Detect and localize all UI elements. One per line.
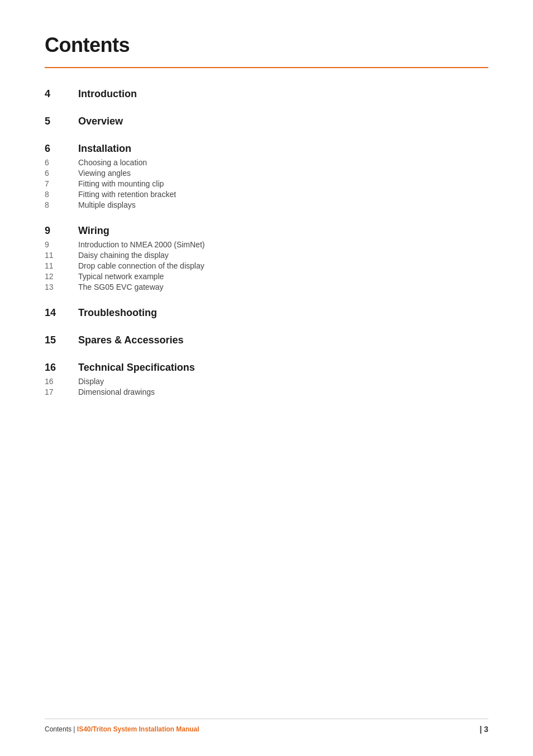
toc-item-label: Fitting with retention bracket <box>78 190 176 199</box>
toc-section-title: Spares & Accessories <box>78 334 183 346</box>
toc-container: 4Introduction5Overview6Installation6Choo… <box>45 88 488 396</box>
toc-section: 14Troubleshooting <box>45 307 488 319</box>
list-item: 7Fitting with mounting clip <box>45 179 488 188</box>
toc-item-number: 6 <box>45 158 78 167</box>
toc-section-number: 5 <box>45 116 78 127</box>
footer-left: Contents | IS40/Triton System Installati… <box>45 725 199 733</box>
toc-item-number: 8 <box>45 200 78 209</box>
toc-items: 16Display17Dimensional drawings <box>45 377 488 396</box>
list-item: 8Multiple displays <box>45 200 488 209</box>
list-item: 6Choosing a location <box>45 158 488 167</box>
list-item: 17Dimensional drawings <box>45 387 488 396</box>
toc-section-number: 4 <box>45 88 78 100</box>
toc-section-number: 6 <box>45 143 78 155</box>
list-item: 16Display <box>45 377 488 386</box>
toc-section: 15Spares & Accessories <box>45 334 488 346</box>
page-title: Contents <box>45 34 488 57</box>
footer: Contents | IS40/Triton System Installati… <box>45 719 488 734</box>
toc-item-number: 9 <box>45 240 78 249</box>
toc-item-number: 6 <box>45 169 78 178</box>
toc-item-label: Dimensional drawings <box>78 387 155 396</box>
toc-item-label: Typical network example <box>78 272 164 281</box>
toc-item-label: Viewing angles <box>78 169 131 178</box>
toc-section-header: 5Overview <box>45 116 488 127</box>
toc-item-label: The SG05 EVC gateway <box>78 283 164 291</box>
list-item: 6Viewing angles <box>45 169 488 178</box>
toc-section-number: 9 <box>45 225 78 237</box>
footer-left-static: Contents | <box>45 725 77 733</box>
list-item: 12Typical network example <box>45 272 488 281</box>
toc-section-title: Wiring <box>78 225 110 237</box>
toc-item-number: 16 <box>45 377 78 386</box>
toc-section-title: Installation <box>78 143 131 155</box>
toc-section: 5Overview <box>45 116 488 127</box>
toc-section-title: Troubleshooting <box>78 307 157 319</box>
toc-section: 4Introduction <box>45 88 488 100</box>
toc-item-number: 7 <box>45 179 78 188</box>
list-item: 13The SG05 EVC gateway <box>45 283 488 291</box>
toc-section-header: 15Spares & Accessories <box>45 334 488 346</box>
toc-section-number: 16 <box>45 362 78 374</box>
list-item: 11Daisy chaining the display <box>45 251 488 260</box>
toc-item-number: 17 <box>45 387 78 396</box>
toc-items: 9Introduction to NMEA 2000 (SimNet)11Dai… <box>45 240 488 291</box>
footer-right: | 3 <box>479 725 488 734</box>
toc-section-title: Overview <box>78 116 123 127</box>
footer-left-link: IS40/Triton System Installation Manual <box>77 725 199 733</box>
toc-item-label: Drop cable connection of the display <box>78 261 204 270</box>
toc-section-header: 6Installation <box>45 143 488 155</box>
toc-section: 16Technical Specifications16Display17Dim… <box>45 362 488 396</box>
toc-item-label: Display <box>78 377 104 386</box>
toc-item-label: Fitting with mounting clip <box>78 179 164 188</box>
toc-section-header: 14Troubleshooting <box>45 307 488 319</box>
toc-item-number: 12 <box>45 272 78 281</box>
toc-item-number: 8 <box>45 190 78 199</box>
toc-item-label: Introduction to NMEA 2000 (SimNet) <box>78 240 204 249</box>
toc-section: 9Wiring9Introduction to NMEA 2000 (SimNe… <box>45 225 488 291</box>
toc-items: 6Choosing a location6Viewing angles7Fitt… <box>45 158 488 209</box>
toc-item-number: 13 <box>45 283 78 291</box>
toc-item-number: 11 <box>45 251 78 260</box>
toc-section-header: 9Wiring <box>45 225 488 237</box>
toc-section-number: 15 <box>45 334 78 346</box>
toc-item-label: Multiple displays <box>78 200 136 209</box>
toc-section-title: Technical Specifications <box>78 362 195 374</box>
list-item: 9Introduction to NMEA 2000 (SimNet) <box>45 240 488 249</box>
list-item: 8Fitting with retention bracket <box>45 190 488 199</box>
toc-section-title: Introduction <box>78 88 137 100</box>
title-divider <box>45 67 488 68</box>
list-item: 11Drop cable connection of the display <box>45 261 488 270</box>
toc-section-number: 14 <box>45 307 78 319</box>
toc-item-label: Daisy chaining the display <box>78 251 169 260</box>
toc-section-header: 16Technical Specifications <box>45 362 488 374</box>
toc-section-header: 4Introduction <box>45 88 488 100</box>
toc-item-label: Choosing a location <box>78 158 147 167</box>
toc-item-number: 11 <box>45 261 78 270</box>
toc-section: 6Installation6Choosing a location6Viewin… <box>45 143 488 209</box>
page-container: Contents 4Introduction5Overview6Installa… <box>0 0 533 756</box>
